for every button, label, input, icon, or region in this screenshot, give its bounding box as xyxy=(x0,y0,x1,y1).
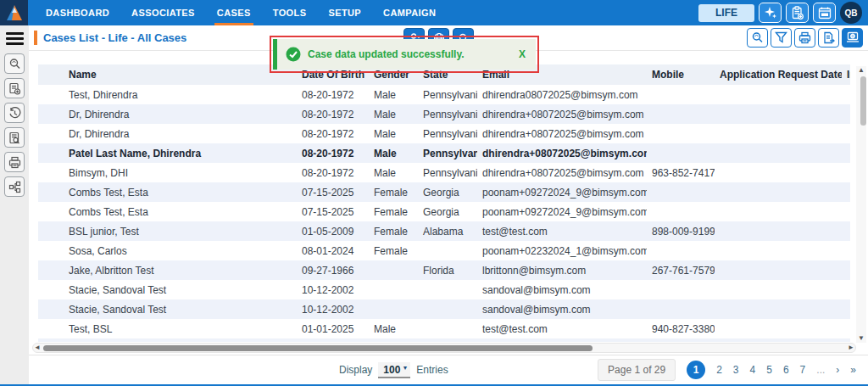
display-label: Display xyxy=(339,364,372,376)
cell-app_date xyxy=(715,260,842,280)
cell-select xyxy=(38,182,64,202)
scroll-right-icon[interactable]: ► xyxy=(847,344,855,352)
cell-app_date xyxy=(715,143,842,163)
page-button-4[interactable]: 4 xyxy=(750,364,756,376)
table-row[interactable]: Stacie, Sandoval Test10-12-2002sandoval@… xyxy=(38,280,850,299)
next-page-button[interactable]: › xyxy=(836,364,839,376)
col-name[interactable]: Name xyxy=(64,64,297,85)
cell-gender: Male xyxy=(369,85,418,104)
sidebar-history-button[interactable] xyxy=(4,103,25,123)
cell-name: BSL junior, Test xyxy=(64,221,297,241)
cell-app_date xyxy=(715,299,842,319)
page-button-7[interactable]: 7 xyxy=(800,364,806,376)
cell-state: Pennsylvania xyxy=(418,104,477,124)
print-icon xyxy=(798,31,811,44)
scroll-left-icon[interactable]: ◄ xyxy=(33,344,42,352)
table-row[interactable]: Test, BSL01-01-2025Maletest@test.com940-… xyxy=(38,319,850,338)
table-row[interactable]: Patel Last Name, Dhirendra08-20-1972Male… xyxy=(38,143,850,163)
page-button-3[interactable]: 3 xyxy=(733,364,739,376)
filter-button[interactable] xyxy=(771,28,792,48)
screen-settings-icon xyxy=(846,31,860,44)
app-logo[interactable] xyxy=(0,0,28,25)
cell-dob: 07-15-2025 xyxy=(297,182,369,202)
screen-settings-button[interactable] xyxy=(842,28,863,48)
cell-dob: 08-20-1972 xyxy=(297,163,369,182)
navbar-right: LIFE QB xyxy=(698,2,868,24)
cell-email: sandoval@bimsym.com xyxy=(477,280,647,299)
main-menu: DASHBOARDASSOCIATESCASESTOOLSSETUPCAMPAI… xyxy=(35,0,447,25)
print-button[interactable] xyxy=(794,28,815,48)
table-row[interactable]: Dr, Dhirendra08-20-1972MalePennsylvaniad… xyxy=(38,124,850,143)
page-button-1[interactable]: 1 xyxy=(687,361,705,379)
cell-mobile xyxy=(647,202,715,221)
cell-select xyxy=(38,124,64,143)
cell-mobile: 940-827-3380 xyxy=(647,319,715,338)
table-row[interactable]: Combs Test, Esta07-15-2025FemaleGeorgiap… xyxy=(38,202,850,221)
nav-item-setup[interactable]: SETUP xyxy=(317,0,372,25)
page-button-2[interactable]: 2 xyxy=(716,364,722,376)
cell-select xyxy=(38,221,64,241)
sidebar-search-button[interactable] xyxy=(4,53,25,74)
nav-item-campaign[interactable]: CAMPAIGN xyxy=(372,0,447,25)
scroll-down-icon[interactable]: ▼ xyxy=(858,334,865,343)
success-toast: Case data updated successfully. X xyxy=(273,39,536,70)
cell-email: sandoval@bimsym.com xyxy=(477,299,647,319)
horizontal-scroll-thumb[interactable] xyxy=(43,345,593,351)
vertical-scroll-thumb[interactable] xyxy=(860,76,866,126)
cell-state: Florida xyxy=(418,260,477,280)
calendar-button[interactable] xyxy=(813,3,836,23)
sparkles-button[interactable] xyxy=(759,3,782,23)
toast-message: Case data updated successfully. xyxy=(308,48,465,60)
clipboard-add-button[interactable] xyxy=(786,3,809,23)
cell-dob: 10-12-2002 xyxy=(297,299,369,319)
chevron-down-icon: ▼ xyxy=(402,364,408,372)
table-row[interactable]: BSL junior, Test01-05-2009FemaleAlabamat… xyxy=(38,221,850,241)
nav-item-tools[interactable]: TOOLS xyxy=(262,0,318,25)
cell-insurance xyxy=(842,182,850,202)
sidebar-add-document-button[interactable] xyxy=(4,78,25,98)
sidebar-print-queue-button[interactable] xyxy=(4,152,25,172)
cell-insurance xyxy=(842,143,850,163)
cell-select xyxy=(38,299,64,319)
col-mobile[interactable]: Mobile xyxy=(647,64,715,85)
page-ellipsis: ... xyxy=(816,364,825,376)
scroll-up-icon[interactable]: ▲ xyxy=(858,66,865,75)
table-row[interactable]: Bimsym, DHI08-20-1972MalePennsylvaniadhi… xyxy=(38,163,850,182)
cell-dob: 08-20-1972 xyxy=(297,85,369,104)
table-row[interactable]: Stacie, Sandoval Test10-12-2002sandoval@… xyxy=(38,299,850,319)
table-row[interactable]: Combs Test, Esta07-15-2025FemaleGeorgiap… xyxy=(38,182,850,202)
nav-item-associates[interactable]: ASSOCIATES xyxy=(120,0,206,25)
table-row[interactable]: Dr, Dhirendra08-20-1972MalePennsylvaniad… xyxy=(38,104,850,124)
search-button[interactable] xyxy=(747,28,768,48)
sidebar-hierarchy-button[interactable] xyxy=(4,176,25,197)
page-button-5[interactable]: 5 xyxy=(766,364,772,376)
cell-insurance xyxy=(842,221,850,241)
nav-item-cases[interactable]: CASES xyxy=(206,0,262,25)
export-button[interactable] xyxy=(818,28,839,48)
table-row[interactable]: Jake, Albritton Test09-27-1966Floridalbr… xyxy=(38,260,850,280)
clipboard-add-icon xyxy=(791,6,804,20)
horizontal-scrollbar[interactable]: ◄ ► xyxy=(32,343,856,353)
cell-dob: 07-15-2025 xyxy=(297,202,369,221)
cell-mobile xyxy=(647,241,715,260)
cell-state xyxy=(418,299,477,319)
cell-gender: Male xyxy=(369,143,418,163)
table-row[interactable]: Test, Dhirendra08-20-1972MalePennsylvani… xyxy=(38,85,850,104)
nav-item-dashboard[interactable]: DASHBOARD xyxy=(35,0,120,25)
col-insurance[interactable]: Ins xyxy=(842,64,850,85)
menu-icon[interactable] xyxy=(0,25,29,51)
page-button-6[interactable]: 6 xyxy=(783,364,789,376)
cell-insurance xyxy=(842,202,850,221)
entries-selector: Display 100 ▼ Entries xyxy=(339,362,448,378)
line-of-business-button[interactable]: LIFE xyxy=(698,4,754,22)
cell-dob: 08-01-2024 xyxy=(297,241,369,260)
user-avatar[interactable]: QB xyxy=(840,2,862,24)
last-page-button[interactable]: » xyxy=(850,364,856,376)
col-application-request-date[interactable]: Application Request Date xyxy=(715,64,842,85)
toast-close-button[interactable]: X xyxy=(519,48,536,60)
entries-per-page-dropdown[interactable]: 100 ▼ xyxy=(378,362,410,378)
cell-gender: Male xyxy=(369,104,418,124)
sidebar-document-search-button[interactable] xyxy=(4,127,25,148)
cell-app_date xyxy=(715,280,842,299)
table-row[interactable]: Sosa, Carlos08-01-2024Femalepoonam+02232… xyxy=(38,241,850,260)
